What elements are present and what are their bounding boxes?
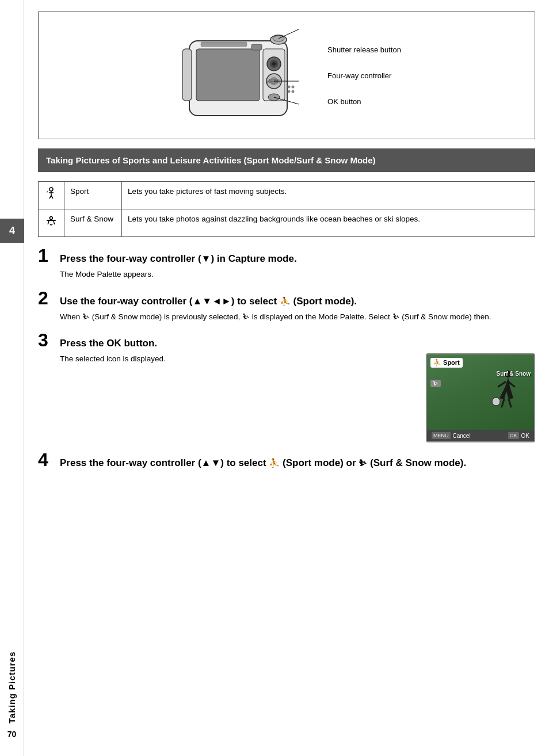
ok-text: OK button — [327, 97, 361, 106]
steps: 1 Press the four-way controller (▼) in C… — [38, 246, 535, 469]
table-row: Surf & Snow Lets you take photos against… — [39, 209, 535, 237]
sport-mode-name: Sport — [64, 182, 122, 209]
step-1-body: The Mode Palette appears. — [60, 269, 535, 280]
sidebar: 4 Taking Pictures 70 — [0, 0, 24, 756]
step-4: 4 Press the four-way controller (▲▼) to … — [38, 450, 535, 469]
palette-sport-icon: ⛹ Sport — [430, 358, 463, 368]
step-2-title: Use the four-way controller (▲▼◄►) to se… — [60, 295, 357, 308]
svg-point-16 — [288, 90, 291, 93]
chapter-number: 4 — [0, 219, 24, 243]
step-4-title: Press the four-way controller (▲▼) to se… — [60, 457, 466, 469]
snow-mode-name: Surf & Snow — [64, 209, 122, 237]
step-2: 2 Use the four-way controller (▲▼◄►) to … — [38, 289, 535, 323]
svg-line-30 — [498, 382, 505, 387]
svg-point-34 — [492, 398, 500, 406]
snow-description: Lets you take photos against dazzling ba… — [122, 209, 535, 237]
svg-line-33 — [509, 399, 511, 407]
svg-point-22 — [49, 188, 53, 191]
section-title: Taking Pictures of Sports and Leisure Ac… — [46, 155, 376, 165]
svg-rect-13 — [182, 49, 192, 101]
fourway-text: Four-way controller — [327, 71, 391, 80]
page-number: 70 — [7, 730, 17, 739]
surf-snow-icon — [44, 214, 58, 228]
mode-palette-image: ⛹ Sport Surf & Snow ⛷ — [426, 353, 535, 442]
sport-icon — [44, 186, 58, 200]
svg-point-7 — [272, 62, 276, 66]
svg-point-28 — [50, 217, 53, 220]
step-1-title: Press the four-way controller (▼) in Cap… — [60, 253, 297, 265]
camera-illustration: MENU — [172, 24, 310, 127]
step-2-number: 2 — [38, 289, 52, 307]
step-1-header: 1 Press the four-way controller (▼) in C… — [38, 246, 535, 265]
shutter-label: Shutter release button — [327, 45, 401, 54]
svg-rect-27 — [47, 220, 56, 221]
sport-icon-cell — [39, 182, 64, 209]
section-header: Taking Pictures of Sports and Leisure Ac… — [38, 148, 535, 172]
palette-ok-area: OK OK — [508, 432, 529, 439]
svg-point-14 — [288, 86, 291, 89]
step-4-header: 4 Press the four-way controller (▲▼) to … — [38, 450, 535, 469]
step-2-body: When ⛷ (Surf & Snow mode) is previously … — [60, 311, 535, 323]
step-3-content: The selected icon is displayed. ⛹ Sport … — [60, 353, 535, 442]
svg-point-17 — [292, 90, 295, 93]
svg-point-15 — [292, 86, 295, 89]
svg-line-25 — [49, 196, 51, 198]
palette-sport-label: Sport — [443, 359, 460, 366]
ok-label: OK button — [327, 97, 401, 106]
step-3-header: 3 Press the OK button. — [38, 331, 535, 350]
snow-icon-cell — [39, 209, 64, 237]
shutter-text: Shutter release button — [327, 45, 401, 54]
cancel-label: Cancel — [453, 433, 471, 439]
camera-labels: Shutter release button Four-way controll… — [327, 45, 401, 106]
step-2-header: 2 Use the four-way controller (▲▼◄►) to … — [38, 289, 535, 308]
main-content: MENU S — [24, 0, 549, 756]
table-row: Sport Lets you take pictures of fast mov… — [39, 182, 535, 209]
svg-rect-12 — [201, 42, 247, 47]
modes-table: Sport Lets you take pictures of fast mov… — [38, 181, 535, 237]
palette-snow-icon: ⛷ — [430, 380, 441, 387]
sidebar-label: Taking Pictures — [7, 651, 17, 724]
ok-confirm-label: OK — [521, 433, 529, 439]
svg-rect-1 — [196, 49, 260, 101]
soccer-player — [488, 360, 523, 424]
palette-snow-label: Surf & Snow — [497, 371, 531, 377]
step-1: 1 Press the four-way controller (▼) in C… — [38, 246, 535, 280]
step-3-body: The selected icon is displayed. — [60, 353, 417, 365]
ok-key-label: OK — [508, 432, 519, 439]
svg-line-26 — [51, 196, 53, 198]
step-4-number: 4 — [38, 450, 52, 469]
sport-description: Lets you take pictures of fast moving su… — [122, 182, 535, 209]
menu-label: MENU — [432, 432, 451, 439]
step-3: 3 Press the OK button. The selected icon… — [38, 331, 535, 442]
svg-line-19 — [279, 29, 299, 39]
svg-line-32 — [502, 399, 504, 407]
step-3-title: Press the OK button. — [60, 337, 157, 350]
camera-diagram: MENU S — [38, 12, 535, 139]
step-3-number: 3 — [38, 331, 52, 349]
svg-rect-18 — [251, 44, 262, 50]
camera-svg-area: MENU S — [172, 24, 401, 127]
palette-cancel-area: MENU Cancel — [432, 432, 471, 439]
fourway-label: Four-way controller — [327, 71, 401, 80]
step-1-number: 1 — [38, 246, 52, 265]
